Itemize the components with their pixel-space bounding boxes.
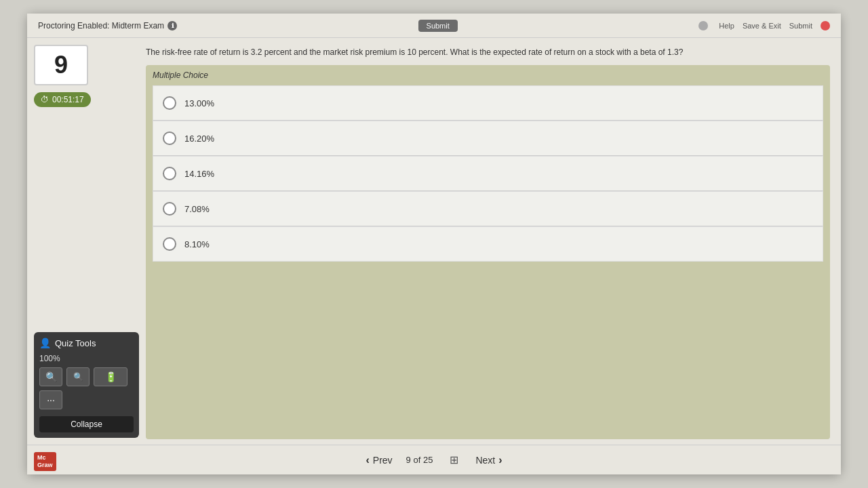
quiz-tools-icon: 👤 [39,338,51,348]
answer-text-a: 13.00% [184,98,214,108]
question-number-box: 9 [34,45,88,85]
tools-row: 🔍 🔍 🔋 [39,367,134,386]
zoom-label: 100% [39,354,134,363]
battery-button[interactable]: 🔋 [94,367,127,386]
prev-button[interactable]: ‹ Prev [366,454,392,466]
radio-a[interactable] [163,96,176,110]
next-label: Next [475,455,495,466]
prev-label: Prev [373,455,393,466]
radio-d[interactable] [163,202,176,216]
question-number: 9 [54,51,68,79]
radio-e[interactable] [163,237,176,251]
main-content: 9 ⏱ 00:51:17 👤 Quiz Tools 100% 🔍 [27,38,841,445]
help-link[interactable]: Help [719,22,734,30]
top-bar: Proctoring Enabled: Midterm Exam ℹ Submi… [27,14,841,38]
answer-text-e: 8.10% [184,239,210,249]
quiz-tools-panel: 👤 Quiz Tools 100% 🔍 🔍 🔋 [34,332,139,438]
multiple-choice-label: Multiple Choice [153,70,823,80]
zoom-out-button[interactable]: 🔍 [66,367,90,386]
more-button[interactable]: ··· [39,390,62,409]
zoom-out-icon: 🔍 [73,372,83,382]
page-total: 25 [423,455,433,465]
answer-text-b: 16.20% [184,134,214,144]
page-current: 9 [406,455,411,465]
tools-row-2: ··· [39,390,134,409]
zoom-in-icon: 🔍 [45,371,57,382]
close-button[interactable] [821,21,830,30]
page-indicator: 9 of 25 [406,455,433,465]
next-chevron-icon: › [498,454,502,466]
more-icon: ··· [47,394,55,405]
minimize-button[interactable] [698,21,708,30]
proctoring-text: Proctoring Enabled: Midterm Exam [38,21,164,30]
answer-option-a[interactable]: 13.00% [153,85,823,121]
timer-icon: ⏱ [41,95,49,104]
save-exit-link[interactable]: Save & Exit [743,22,781,30]
answer-option-c[interactable]: 14.16% [153,156,823,191]
info-icon[interactable]: ℹ [167,21,177,30]
radio-c[interactable] [163,167,176,180]
question-text: The risk-free rate of return is 3.2 perc… [146,46,830,58]
submit-link[interactable]: Submit [789,22,812,30]
submit-top-button[interactable]: Submit [418,20,458,32]
left-sidebar: 9 ⏱ 00:51:17 👤 Quiz Tools 100% 🔍 [27,38,146,445]
exam-screen: Proctoring Enabled: Midterm Exam ℹ Submi… [27,14,841,474]
answer-option-b[interactable]: 16.20% [153,121,823,156]
zoom-in-button[interactable]: 🔍 [39,367,62,386]
mcgraw-line1: Mc [37,454,53,462]
footer-nav: ‹ Prev 9 of 25 ⊞ Next › [27,445,841,474]
top-center: Submit [418,20,458,32]
answer-section: Multiple Choice 13.00% 16.20% 14.16% [146,65,830,439]
mcgraw-logo: Mc Graw [34,452,56,471]
quiz-tools-label: Quiz Tools [55,338,96,348]
grid-view-button[interactable]: ⊞ [446,452,462,468]
grid-icon: ⊞ [450,454,458,466]
page-separator: of [413,455,422,465]
answer-text-c: 14.16% [184,169,214,179]
top-right: Help Save & Exit Submit [698,21,830,30]
radio-b[interactable] [163,131,176,145]
prev-chevron-icon: ‹ [366,454,369,466]
mcgraw-line2: Graw [37,462,53,469]
answer-option-e[interactable]: 8.10% [153,226,823,262]
collapse-button[interactable]: Collapse [39,416,134,432]
answer-option-d[interactable]: 7.08% [153,191,823,226]
battery-icon: 🔋 [105,371,117,382]
next-button[interactable]: Next › [475,454,502,466]
quiz-tools-header: 👤 Quiz Tools [39,338,134,348]
timer-value: 00:51:17 [52,95,84,104]
answer-text-d: 7.08% [184,204,210,214]
answer-list: 13.00% 16.20% 14.16% 7.08% [153,85,823,434]
timer-box: ⏱ 00:51:17 [34,92,91,107]
proctoring-label: Proctoring Enabled: Midterm Exam ℹ [38,21,177,30]
question-area: The risk-free rate of return is 3.2 perc… [146,38,841,445]
